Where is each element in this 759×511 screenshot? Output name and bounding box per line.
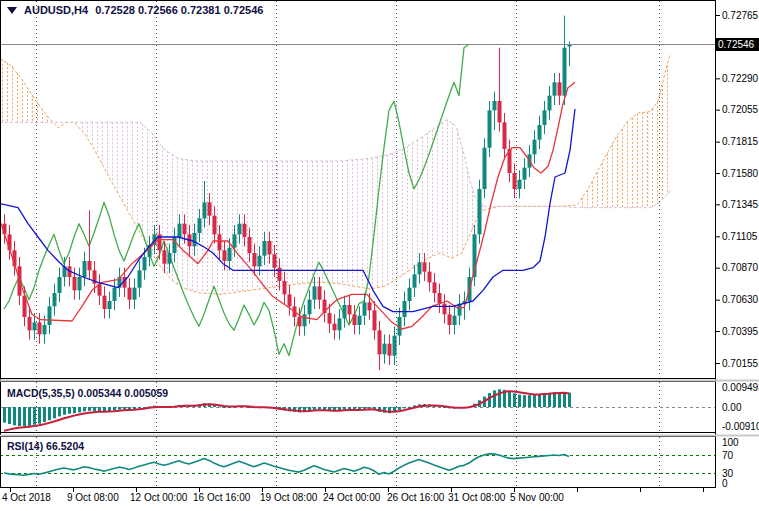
macd-values: 0.005344 0.005059 bbox=[78, 387, 169, 399]
bear-candle bbox=[248, 237, 252, 253]
macd-axis-label[interactable]: -0.009102 bbox=[722, 421, 759, 432]
bear-candle bbox=[163, 250, 167, 263]
bull-candle bbox=[233, 234, 237, 247]
time-axis-label[interactable]: 16 Oct 16:00 bbox=[193, 492, 251, 503]
time-axis-label[interactable]: 19 Oct 08:00 bbox=[260, 492, 318, 503]
macd-histogram-bar bbox=[48, 407, 51, 420]
bear-candle bbox=[448, 314, 452, 325]
bear-candle bbox=[278, 268, 282, 281]
bull-candle bbox=[228, 248, 232, 261]
bull-candle bbox=[338, 318, 342, 330]
bear-candle bbox=[283, 281, 287, 294]
bull-candle bbox=[563, 48, 567, 96]
macd-histogram-bar bbox=[403, 407, 406, 408]
bull-candle bbox=[553, 82, 557, 95]
bull-candle bbox=[313, 286, 317, 299]
time-axis-label[interactable]: 26 Oct 16:00 bbox=[387, 492, 445, 503]
price-axis-label[interactable]: 0.72765 bbox=[722, 10, 759, 21]
bull-candle bbox=[133, 288, 137, 300]
macd-histogram-bar bbox=[513, 393, 516, 407]
bull-candle bbox=[418, 262, 422, 274]
bear-candle bbox=[273, 254, 277, 267]
bull-candle bbox=[58, 277, 62, 293]
time-axis-label[interactable]: 24 Oct 00:00 bbox=[323, 492, 381, 503]
time-axis-label[interactable]: 12 Oct 00:00 bbox=[130, 492, 188, 503]
bull-candle bbox=[263, 241, 267, 256]
macd-histogram-bar bbox=[58, 407, 61, 416]
macd-histogram-bar bbox=[33, 407, 36, 425]
bull-candle bbox=[488, 110, 492, 147]
time-axis-label[interactable]: 9 Oct 08:00 bbox=[67, 492, 119, 503]
bear-candle bbox=[433, 282, 437, 293]
price-axis-label[interactable]: 0.71345 bbox=[722, 199, 759, 210]
rsi-name: RSI(14) bbox=[7, 440, 43, 452]
bear-candle bbox=[348, 305, 352, 314]
bull-candle bbox=[168, 253, 172, 264]
bull-candle bbox=[308, 300, 312, 315]
bear-candle bbox=[328, 313, 332, 324]
price-axis-label[interactable]: 0.71105 bbox=[722, 231, 758, 242]
price-axis-label[interactable]: 0.72290 bbox=[722, 73, 759, 84]
time-axis-label[interactable]: 31 Oct 08:00 bbox=[448, 492, 506, 503]
bear-candle bbox=[28, 317, 32, 330]
bull-candle bbox=[533, 140, 537, 155]
bull-candle bbox=[478, 189, 482, 234]
macd-histogram-bar bbox=[113, 407, 116, 410]
chart-background bbox=[0, 0, 759, 511]
bull-candle bbox=[48, 306, 52, 325]
chart-window: 0.727650.722900.720550.718150.715800.713… bbox=[0, 0, 759, 511]
bull-candle bbox=[543, 110, 547, 125]
bull-candle bbox=[408, 288, 412, 301]
bear-candle bbox=[428, 272, 432, 283]
macd-axis-label[interactable]: 0.009493 bbox=[722, 382, 759, 393]
bear-candle bbox=[298, 317, 302, 326]
price-axis-label[interactable]: 0.72055 bbox=[722, 104, 759, 115]
price-chart-canvas[interactable]: 0.727650.722900.720550.718150.715800.713… bbox=[0, 0, 759, 511]
symbol-marker-icon bbox=[7, 7, 17, 14]
chart-ohlc-values: 0.72528 0.72566 0.72381 0.72546 bbox=[95, 4, 263, 16]
bull-candle bbox=[78, 277, 82, 290]
macd-histogram-bar bbox=[223, 407, 226, 408]
macd-name: MACD(5,35,5) bbox=[7, 387, 75, 399]
macd-histogram-bar bbox=[93, 407, 96, 411]
time-axis-label[interactable]: 4 Oct 2018 bbox=[2, 492, 51, 503]
bull-candle bbox=[358, 316, 362, 325]
bull-candle bbox=[493, 101, 497, 110]
time-axis-label[interactable]: 5 Nov 00:00 bbox=[510, 492, 564, 503]
price-axis-label[interactable]: 0.70630 bbox=[722, 294, 759, 305]
macd-axis-label[interactable]: 0.00 bbox=[722, 402, 742, 413]
rsi-axis-label[interactable]: 0 bbox=[722, 478, 728, 489]
price-axis-label[interactable]: 0.71815 bbox=[722, 136, 759, 147]
bull-candle bbox=[548, 96, 552, 111]
bull-candle bbox=[138, 270, 142, 287]
bear-candle bbox=[103, 296, 107, 309]
bear-candle bbox=[333, 324, 337, 331]
macd-histogram-bar bbox=[318, 407, 321, 409]
macd-histogram-bar bbox=[123, 407, 126, 409]
bull-candle bbox=[33, 322, 37, 330]
macd-histogram-bar bbox=[13, 407, 16, 425]
bear-candle bbox=[423, 262, 427, 271]
bear-candle bbox=[318, 286, 322, 299]
macd-histogram-bar bbox=[498, 389, 501, 407]
price-axis-label[interactable]: 0.70395 bbox=[722, 326, 759, 337]
rsi-axis-label[interactable]: 70 bbox=[722, 450, 734, 461]
price-axis-label[interactable]: 0.70155 bbox=[722, 358, 759, 369]
bear-candle bbox=[388, 344, 392, 356]
chart-symbol-period: AUDUSD,H4 bbox=[24, 4, 88, 16]
rsi-axis-label[interactable]: 100 bbox=[722, 437, 739, 448]
macd-histogram-bar bbox=[313, 407, 316, 410]
bull-candle bbox=[43, 325, 47, 334]
bull-candle bbox=[538, 125, 542, 140]
bull-candle bbox=[518, 180, 522, 189]
macd-histogram-bar bbox=[63, 407, 66, 415]
bear-candle bbox=[208, 202, 212, 215]
price-axis-label[interactable]: 0.71580 bbox=[722, 168, 759, 179]
macd-histogram-bar bbox=[543, 393, 546, 407]
macd-histogram-bar bbox=[78, 407, 81, 412]
macd-histogram-bar bbox=[118, 407, 121, 410]
bear-candle bbox=[378, 330, 382, 354]
macd-histogram-bar bbox=[558, 392, 561, 407]
bull-candle bbox=[258, 256, 262, 267]
price-axis-label[interactable]: 0.70870 bbox=[722, 262, 759, 273]
